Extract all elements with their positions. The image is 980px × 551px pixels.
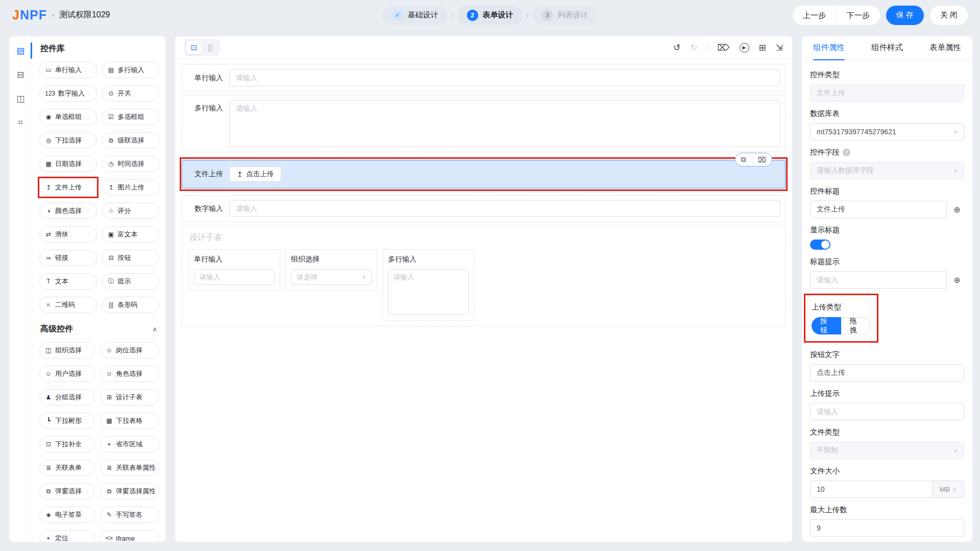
component-item[interactable]: ||| 条形码 — [102, 297, 160, 313]
field-single-line-input[interactable]: 单行输入 请输入 — [182, 64, 786, 91]
field-multi-line-input[interactable]: 多行输入 请输入 — [182, 95, 786, 152]
save-button[interactable]: 保 存 — [886, 6, 924, 25]
subtable-org-select[interactable]: 请选择 ∨ — [291, 269, 372, 285]
max-count-input[interactable] — [810, 519, 964, 537]
subtable-col-single-line[interactable]: 单行输入 请输入 — [188, 249, 280, 291]
component-item[interactable]: ☆ 评分 — [102, 203, 160, 219]
component-item[interactable]: ∞ 链接 — [39, 250, 97, 266]
save-form-icon[interactable]: ⇲ — [776, 42, 783, 53]
single-line-input[interactable]: 请输入 — [229, 69, 780, 86]
component-label: 开关 — [118, 89, 131, 98]
component-item[interactable]: ⊞ 设计子表 — [100, 389, 159, 405]
component-item[interactable]: ▦ 日期选择 — [39, 156, 97, 172]
component-item[interactable]: ⌖ 省市区域 — [100, 436, 159, 452]
component-item[interactable]: ☑ 多选框组 — [102, 109, 160, 125]
field-number-input[interactable]: 数字输入 请输入 — [182, 195, 786, 222]
component-item[interactable]: ⊡ 下拉补全 — [39, 436, 95, 452]
component-item[interactable]: ⊙ 开关 — [102, 85, 160, 102]
field-design-subtable[interactable]: 设计子表 单行输入 请输入 组织选择 请选择 ∨ — [182, 226, 786, 326]
upload-type-button-option[interactable]: 按钮 — [812, 317, 841, 334]
tab-component-style[interactable]: 组件样式 — [871, 36, 903, 60]
file-size-unit-select[interactable]: MB ∨ — [933, 481, 964, 498]
step-list-design[interactable]: 3 列表设计 — [532, 6, 597, 25]
show-title-toggle[interactable] — [810, 239, 830, 250]
file-size-group: MB ∨ — [810, 481, 964, 498]
clear-canvas-icon[interactable]: ⌦ — [717, 42, 729, 53]
component-item[interactable]: ⊟ 按钮 — [102, 250, 160, 266]
upload-tip-input[interactable] — [810, 403, 964, 420]
globe-icon[interactable]: ⊕ — [950, 272, 964, 288]
component-item[interactable]: ▣ 富文本 — [102, 226, 160, 243]
layout-icon[interactable]: ◫ — [14, 92, 27, 105]
number-input[interactable]: 请输入 — [229, 200, 780, 217]
subtable-col-org-select[interactable]: 组织选择 请选择 ∨ — [285, 249, 377, 291]
field-list-icon[interactable]: ⊟ — [14, 68, 27, 81]
component-item[interactable]: 123 数字输入 — [39, 85, 97, 102]
component-item[interactable]: ⌗ 二维码 — [39, 297, 97, 313]
component-icon: ≣ — [45, 464, 52, 471]
tab-component-props[interactable]: 组件属性 — [813, 36, 845, 60]
component-item[interactable]: ◑ 颜色选择 — [39, 203, 97, 219]
field-file-upload-selected[interactable]: 文件上传 ↥ 点击上传 — [182, 160, 786, 188]
component-item[interactable]: ☺ 用户选择 — [39, 366, 95, 382]
form-template-icon[interactable]: ⊞ — [759, 42, 766, 53]
form-design-icon[interactable]: ▤ — [14, 44, 27, 57]
component-label: 多选框组 — [118, 112, 144, 122]
component-icon: T — [45, 278, 52, 285]
tab-form-props[interactable]: 表单属性 — [929, 36, 961, 60]
undo-icon[interactable]: ↺ — [673, 42, 680, 53]
copy-icon[interactable]: ⧉ — [741, 155, 746, 164]
component-item[interactable]: ▦ 下拉表格 — [100, 413, 159, 429]
component-item[interactable]: ⧉ 弹窗选择 — [39, 483, 95, 499]
desktop-view-icon[interactable]: ⊡ — [186, 41, 202, 54]
click-upload-button[interactable]: ↥ 点击上传 — [229, 166, 281, 182]
component-item[interactable]: ⇄ 滑块 — [39, 226, 97, 243]
component-label: 弹窗选择属性 — [116, 487, 156, 496]
component-item[interactable]: ⌖ 定位 — [39, 530, 95, 542]
component-item[interactable]: ◈ 电子签章 — [39, 507, 95, 523]
mobile-view-icon[interactable]: ▯ — [203, 41, 218, 54]
delete-icon[interactable]: ⌧ — [758, 156, 766, 164]
component-item[interactable]: ↥ 文件上传 — [39, 179, 97, 196]
component-item[interactable]: ☺ 角色选择 — [100, 366, 159, 382]
help-icon[interactable]: ? — [843, 149, 850, 156]
collapse-icon[interactable]: ∧ — [152, 325, 157, 333]
button-text-input[interactable] — [810, 364, 964, 381]
component-item[interactable]: ┗ 下拉树形 — [39, 413, 95, 429]
component-item[interactable]: T 文本 — [39, 273, 97, 290]
upload-type-drag-option[interactable]: 拖拽 — [841, 317, 871, 334]
component-item[interactable]: ▤ 多行输入 — [102, 62, 160, 78]
component-item[interactable]: ◉ 单选框组 — [39, 109, 97, 125]
redo-icon[interactable]: ↻ — [690, 42, 697, 53]
component-item[interactable]: ⧉ 级联选择 — [102, 132, 160, 149]
preview-icon[interactable]: ▶ — [740, 43, 749, 53]
close-button[interactable]: 关 闭 — [930, 6, 968, 25]
component-item[interactable]: ≣ 关联表单属性 — [100, 460, 159, 476]
step-basic-design[interactable]: ✓ 基础设计 — [383, 6, 448, 25]
component-item[interactable]: ✎ 手写签名 — [100, 507, 159, 523]
file-size-input[interactable] — [810, 481, 933, 498]
component-item[interactable]: ▭ 单行输入 — [39, 62, 97, 78]
component-item[interactable]: ⓘ 提示 — [102, 273, 160, 290]
component-item[interactable]: ↥ 图片上传 — [102, 179, 160, 196]
multi-line-textarea[interactable]: 请输入 — [229, 100, 780, 147]
component-item[interactable]: ◎ 下拉选择 — [39, 132, 97, 149]
component-item[interactable]: <> Iframe — [100, 530, 159, 542]
component-item[interactable]: ≣ 关联表单 — [39, 460, 95, 476]
component-item[interactable]: ☺ 岗位选择 — [100, 342, 159, 358]
next-step-button[interactable]: 下一步 — [837, 6, 880, 25]
subtable-multi-line-textarea[interactable]: 请输入 — [388, 269, 469, 315]
component-item[interactable]: ♟ 分组选择 — [39, 389, 95, 405]
control-title-input[interactable] — [810, 201, 947, 218]
title-tip-input[interactable] — [810, 271, 947, 289]
db-table-select[interactable]: mt753179397745279621 ∨ — [810, 123, 964, 140]
globe-icon[interactable]: ⊕ — [950, 202, 964, 217]
ocr-icon[interactable]: ⌗ — [14, 116, 27, 129]
component-item[interactable]: ◷ 时间选择 — [102, 156, 160, 172]
prev-step-button[interactable]: 上一步 — [793, 6, 837, 25]
step-form-design[interactable]: 2 表单设计 — [458, 6, 523, 25]
subtable-single-line-input[interactable]: 请输入 — [194, 269, 275, 285]
component-item[interactable]: ◫ 组织选择 — [39, 342, 95, 358]
subtable-col-multi-line[interactable]: 多行输入 请输入 — [382, 249, 474, 321]
component-item[interactable]: ⧉ 弹窗选择属性 — [100, 483, 159, 499]
